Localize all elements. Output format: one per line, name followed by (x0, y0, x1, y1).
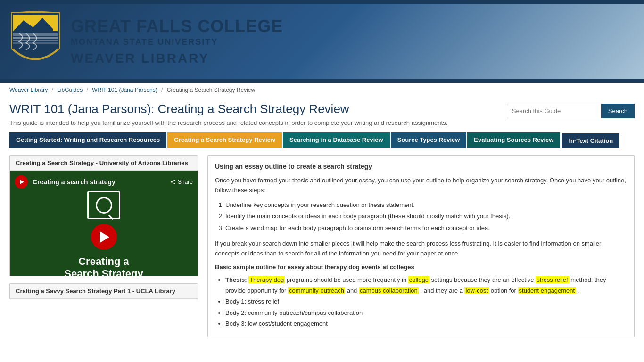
thesis-highlight-5: campus collaboration (359, 287, 419, 294)
thesis-highlight-7: student engagement (518, 287, 576, 294)
video-container: Creating a search strategy Share Creatin… (10, 171, 198, 276)
video-big-title: Creating aSearch Strategy (64, 255, 143, 276)
box2-header: Crafting a Savvy Search Strategy Part 1 … (10, 284, 198, 299)
share-btn[interactable]: Share (170, 179, 193, 185)
svg-rect-4 (13, 37, 58, 39)
page-title-left: WRIT 101 (Jana Parsons): Creating a Sear… (9, 102, 497, 126)
right-panel: Using an essay outline to create a searc… (207, 155, 635, 337)
step-2: Identify the main concepts or ideas in e… (225, 212, 627, 222)
tab-source-types[interactable]: Source Types Review (391, 132, 467, 148)
search-input[interactable] (507, 104, 601, 118)
thesis-highlight-3: stress relief (536, 276, 569, 283)
library-name: WEAVER LIBRARY (71, 51, 283, 66)
breadcrumb-current: Creating a Search Strategy Review (167, 87, 255, 93)
search-button[interactable]: Search (601, 104, 635, 118)
thesis-text-7: . (578, 287, 579, 294)
tab-searching-database[interactable]: Searching in a Database Review (283, 132, 390, 148)
body-1: Body 1: stress relief (225, 296, 627, 307)
play-button[interactable] (91, 224, 117, 250)
thesis-label: Thesis: (225, 276, 247, 283)
tab-evaluating-sources[interactable]: Evaluating Sources Review (467, 132, 560, 148)
main-content: Creating a Search Strategy - University … (0, 148, 644, 344)
tab-getting-started[interactable]: Getting Started: Writing and Research Re… (9, 132, 166, 148)
video-box: Creating a Search Strategy - University … (9, 155, 198, 276)
college-name: GREAT FALLS COLLEGE (71, 17, 283, 36)
tab-in-text-citation[interactable]: In-Text Citation (562, 133, 619, 148)
intro-text: Once you have formed your thesis and out… (215, 176, 627, 196)
box2: Crafting a Savvy Search Strategy Part 1 … (9, 283, 198, 299)
breadcrumb-link-weaver[interactable]: Weaver Library (9, 87, 48, 93)
steps-list: Underline key concepts in your research … (215, 200, 627, 233)
thesis-list: Thesis: Therapy dog programs should be u… (215, 274, 627, 329)
thesis-highlight-4: community outreach (288, 287, 345, 294)
thesis-highlight-1: Therapy dog (248, 276, 285, 283)
search-icon-inner (96, 197, 112, 214)
thesis-text-2: settings because they are an effective (431, 276, 536, 283)
university-name: MONTANA STATE UNIVERSITY (71, 37, 283, 47)
thesis-text-4: and (347, 287, 359, 294)
thesis-highlight-2: college (408, 276, 429, 283)
right-box: Using an essay outline to create a searc… (207, 155, 635, 337)
right-box-title: Using an essay outline to create a searc… (215, 163, 627, 170)
header-top-bar (0, 0, 644, 4)
thesis-text-6: option for (491, 287, 518, 294)
tip-text: If you break your search down into small… (215, 239, 627, 259)
nav-tabs: Getting Started: Writing and Research Re… (0, 129, 644, 148)
yt-icon (15, 175, 28, 189)
step-1: Underline key concepts in your research … (225, 200, 627, 210)
thesis-item: Thesis: Therapy dog programs should be u… (225, 274, 627, 296)
body-3: Body 3: low cost/student engagement (225, 318, 627, 329)
thesis-text-5: , and they are a (420, 287, 464, 294)
page-title: WRIT 101 (Jana Parsons): Creating a Sear… (9, 102, 497, 116)
search-area: Search (507, 104, 635, 118)
header-logo-area: GREAT FALLS COLLEGE MONTANA STATE UNIVER… (9, 11, 283, 72)
breadcrumb: Weaver Library / LibGuides / WRIT 101 (J… (9, 87, 635, 93)
video-center: Creating aSearch Strategy (15, 191, 193, 276)
header-bottom-bar (0, 79, 644, 83)
page-title-area: WRIT 101 (Jana Parsons): Creating a Sear… (0, 97, 644, 129)
video-top-bar: Creating a search strategy Share (15, 175, 193, 189)
video-box-header: Creating a Search Strategy - University … (10, 156, 198, 171)
sample-section-title: Basic sample outline for essay about the… (215, 263, 627, 271)
breadcrumb-bar: Weaver Library / LibGuides / WRIT 101 (J… (0, 83, 644, 97)
step-3: Create a word map for each body paragrap… (225, 223, 627, 233)
breadcrumb-link-writ101[interactable]: WRIT 101 (Jana Parsons) (92, 87, 157, 93)
header-text: GREAT FALLS COLLEGE MONTANA STATE UNIVER… (71, 17, 283, 66)
shield-logo (9, 11, 61, 72)
page-subtitle: This guide is intended to help you famil… (9, 119, 497, 126)
body-2: Body 2: community outreach/campus collab… (225, 307, 627, 318)
video-title-text: Creating a search strategy (33, 178, 116, 186)
video-inner: Creating a search strategy Share Creatin… (10, 171, 198, 276)
search-icon-box (87, 191, 120, 219)
header-main: GREAT FALLS COLLEGE MONTANA STATE UNIVER… (0, 4, 644, 79)
thesis-highlight-6: low-cost (464, 287, 489, 294)
tab-creating-search[interactable]: Creating a Search Strategy Review (167, 132, 282, 148)
breadcrumb-link-libguides[interactable]: LibGuides (57, 87, 83, 93)
left-panel: Creating a Search Strategy - University … (9, 155, 198, 337)
thesis-text-1: programs should be used more frequently … (287, 276, 408, 283)
